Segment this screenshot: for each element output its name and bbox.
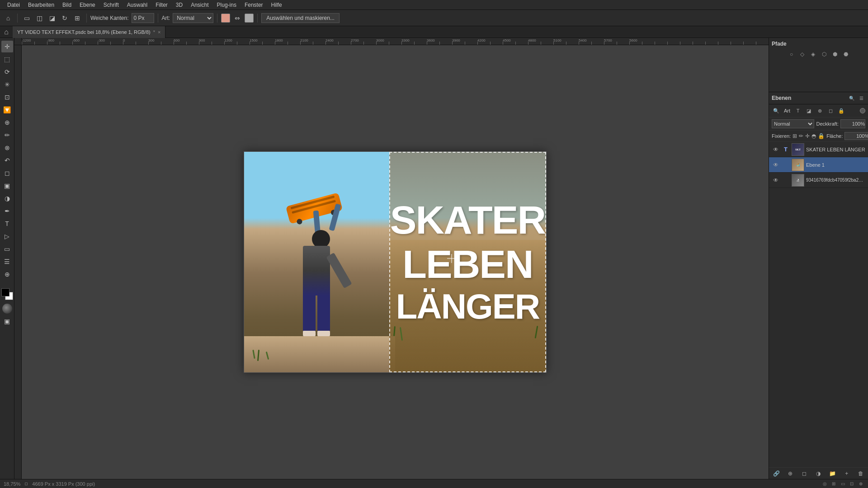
menu-schrift[interactable]: Schrift	[100, 1, 123, 9]
move-tool[interactable]: ✛	[1, 41, 13, 52]
file-tab-active[interactable]: YT VIDEO TEXT EFFEKT.psdc bei 18,8% (Ebe…	[13, 26, 165, 38]
crop-tool[interactable]: ⊡	[1, 91, 13, 103]
status-icon-1[interactable]: ◎	[821, 480, 828, 488]
quick-mask-button[interactable]	[2, 304, 12, 314]
menu-bild[interactable]: Bild	[59, 1, 75, 9]
history-brush-tool[interactable]: ↶	[1, 155, 13, 166]
layer-eye-2[interactable]: 👁	[772, 161, 780, 169]
shape-tool[interactable]: ▭	[1, 243, 13, 255]
fixieren-icon-1[interactable]: ⊞	[793, 132, 797, 140]
change-screen-mode[interactable]: ▣	[1, 315, 13, 327]
fixieren-icon-4[interactable]: ◓	[811, 132, 816, 140]
menu-datei[interactable]: Datei	[4, 1, 24, 9]
zoom-tool[interactable]: ⊕	[1, 268, 13, 280]
path-select-tool[interactable]: ▷	[1, 230, 13, 242]
layer-item-text[interactable]: 👁 T SKT SKATER LEBEN LÄNGER	[769, 142, 868, 157]
color-swatch-1[interactable]	[221, 14, 230, 23]
ruler-horizontal: -1200-900-600-30003006009001200150018002…	[22, 38, 769, 45]
menu-ebene[interactable]: Ebene	[76, 1, 99, 9]
eraser-tool[interactable]: ◻	[1, 167, 13, 179]
fixieren-icon-5[interactable]: 🔒	[818, 132, 825, 140]
pfade-title: Pfade	[772, 41, 865, 47]
menu-fenster[interactable]: Fenster	[241, 1, 267, 9]
ebenen-tool-3[interactable]: ⊕	[815, 106, 824, 115]
status-icon-3[interactable]: ▭	[839, 480, 846, 488]
status-icon-4[interactable]: ⊡	[848, 480, 855, 488]
layer-eye-1[interactable]: 👁	[772, 145, 780, 154]
pfade-icon-5[interactable]: ⬢	[830, 50, 840, 59]
menu-auswahl[interactable]: Auswahl	[123, 1, 151, 9]
ebenen-search-icon[interactable]: 🔍	[848, 94, 856, 102]
menu-hilfe[interactable]: Hilfe	[268, 1, 286, 9]
menu-bar: Datei Bearbeiten Bild Ebene Schrift Ausw…	[0, 0, 868, 10]
layer-adjust-icon[interactable]: ◑	[814, 469, 823, 478]
color-swatch-2[interactable]	[245, 14, 254, 23]
gradient-tool[interactable]: ▣	[1, 180, 13, 192]
ruler-vertical	[14, 45, 22, 479]
flaeche-input[interactable]	[844, 132, 868, 140]
select-tool[interactable]: ⬚	[1, 53, 13, 65]
layer-new-icon[interactable]: +	[842, 469, 851, 478]
home-tab-icon[interactable]: ⌂	[0, 26, 13, 38]
pfade-icon-2[interactable]: ◇	[798, 50, 807, 59]
ruler-corner	[14, 38, 22, 45]
clone-tool[interactable]: ⊗	[1, 142, 13, 154]
status-icon-2[interactable]: ⊞	[830, 480, 837, 488]
layer-visibility-dot[interactable]	[860, 108, 865, 113]
magic-wand-tool[interactable]: ✳	[1, 79, 13, 90]
menu-plugins[interactable]: Plug-ins	[213, 1, 240, 9]
deckkraft-input[interactable]	[840, 119, 865, 128]
ebenen-tool-5[interactable]: 🔒	[837, 106, 846, 115]
ebenen-filter-icon[interactable]: ☰	[857, 94, 865, 102]
ebenen-tool-1[interactable]: T	[793, 106, 802, 115]
weiche-kanten-input[interactable]	[132, 13, 154, 23]
art-select[interactable]: Normal	[173, 13, 213, 23]
arrow-icon[interactable]: ⇔	[232, 13, 243, 23]
flaeche-label: Fläche:	[826, 133, 843, 139]
zoom-adjust-btn[interactable]	[25, 483, 28, 485]
dodge-tool[interactable]: ◑	[1, 192, 13, 204]
tool-icon-1[interactable]: ▭	[21, 13, 32, 23]
layer-eye-3[interactable]: 👁	[772, 176, 780, 184]
fixieren-icon-2[interactable]: ✏	[799, 132, 803, 140]
auswahl-maskieren-button[interactable]: Auswählen und maskieren...	[261, 13, 340, 23]
ebenen-tool-2[interactable]: ◪	[804, 106, 813, 115]
foreground-color-box[interactable]	[1, 288, 9, 296]
blend-mode-select[interactable]: Normal	[772, 119, 814, 128]
pfade-icon-1[interactable]: ○	[787, 50, 796, 59]
menu-bearbeiten[interactable]: Bearbeiten	[24, 1, 58, 9]
pfade-icon-6[interactable]: ⬣	[841, 50, 850, 59]
layer-item-ebene1[interactable]: 👁 🏄 Ebene 1	[769, 157, 868, 173]
pen-tool[interactable]: ✒	[1, 205, 13, 217]
layer-type-text-icon: T	[782, 145, 790, 154]
layer-link-icon[interactable]: 🔗	[772, 469, 781, 478]
canvas-area[interactable]: -1200-900-600-30003006009001200150018002…	[14, 38, 769, 479]
tool-icon-4[interactable]: ↻	[59, 13, 70, 23]
pfade-icon-4[interactable]: ⬡	[820, 50, 829, 59]
eyedropper-tool[interactable]: 🔽	[1, 104, 13, 116]
hand-tool[interactable]: ☰	[1, 256, 13, 267]
brush-tool[interactable]: ✏	[1, 129, 13, 141]
home-icon[interactable]: ⌂	[3, 13, 14, 23]
menu-ansicht[interactable]: Ansicht	[187, 1, 212, 9]
layer-style-icon[interactable]: ⊕	[786, 469, 795, 478]
pfade-icon-3[interactable]: ◈	[809, 50, 818, 59]
tool-icon-2[interactable]: ◫	[34, 13, 45, 23]
canvas-text-overlay: SKATER LEBEN LÄNGER	[389, 152, 546, 372]
menu-3d[interactable]: 3D	[172, 1, 186, 9]
text-tool[interactable]: T	[1, 218, 13, 230]
file-tab-close[interactable]: ×	[158, 29, 160, 35]
tool-icon-3[interactable]: ◪	[47, 13, 57, 23]
layer-group-icon[interactable]: 📁	[828, 469, 837, 478]
menu-filter[interactable]: Filter	[152, 1, 171, 9]
status-icon-5[interactable]: ⊕	[857, 480, 864, 488]
layer-item-copy[interactable]: 👁 🏖 93416769fdcb47059f2ba25125a2a1659 Ko…	[769, 173, 868, 188]
layer-delete-icon[interactable]: 🗑	[856, 469, 865, 478]
lasso-tool[interactable]: ⟳	[1, 66, 13, 78]
tool-icon-5[interactable]: ⊞	[72, 13, 83, 23]
canvas-text-leben: LEBEN	[402, 244, 533, 284]
layer-mask-icon[interactable]: ◻	[800, 469, 809, 478]
fixieren-icon-3[interactable]: ✛	[805, 132, 810, 140]
spot-heal-tool[interactable]: ⊕	[1, 117, 13, 128]
ebenen-tool-4[interactable]: ◻	[826, 106, 835, 115]
